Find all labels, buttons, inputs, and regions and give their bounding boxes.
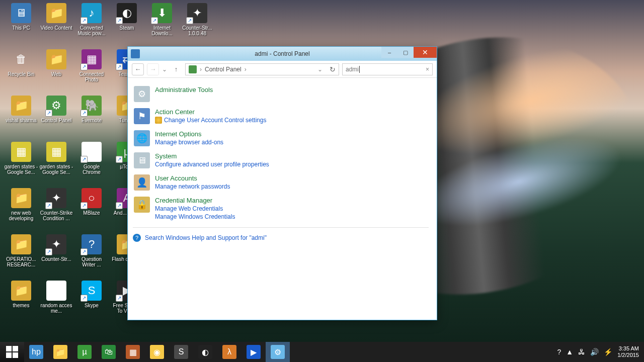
- result-sublink[interactable]: Configure advanced user profile properti…: [155, 161, 269, 168]
- result-sublink[interactable]: Manage network passwords: [155, 183, 230, 190]
- taskbar-app-icon: ◐: [198, 345, 212, 359]
- icon-label: MBlaze: [74, 210, 109, 216]
- desktop-icon[interactable]: ♪↗Converted Music pow...: [74, 2, 109, 41]
- start-icon: [6, 346, 18, 358]
- maximize-button[interactable]: ▢: [397, 47, 414, 58]
- shortcut-arrow-icon: ↗: [80, 110, 88, 117]
- tray-icon[interactable]: ?: [557, 348, 561, 356]
- result-title[interactable]: System: [155, 152, 269, 160]
- result-title[interactable]: Administrative Tools: [155, 86, 213, 94]
- result-item: ⚙Administrative Tools: [133, 83, 429, 105]
- forward-button[interactable]: →: [147, 63, 159, 75]
- taskbar-media[interactable]: ▶: [242, 342, 266, 362]
- taskbar-start[interactable]: [0, 342, 24, 362]
- tray-icon[interactable]: 🔊: [590, 348, 599, 356]
- icon-label: Skype: [74, 303, 109, 308]
- desktop-icon[interactable]: ✦↗Counter-Str...: [39, 233, 73, 273]
- desktop-icon[interactable]: 📁OPERATIO... RESEARC...: [4, 233, 38, 273]
- desktop-icon[interactable]: ◐↗Steam: [110, 2, 144, 41]
- address-dropdown-icon[interactable]: ⌄: [317, 66, 323, 73]
- search-input[interactable]: admi ×: [342, 63, 433, 75]
- taskbar-chrome[interactable]: ◉: [145, 342, 169, 362]
- desktop-icon[interactable]: ⬇↗Internet Downlo...: [145, 2, 179, 41]
- desktop-icon[interactable]: ⚙↗Control Panel: [39, 95, 73, 134]
- taskbar-app-icon: S: [174, 345, 188, 359]
- result-sublink[interactable]: Manage browser add-ons: [155, 139, 223, 146]
- taskbar-store[interactable]: 🛍: [97, 342, 121, 362]
- desktop-icon[interactable]: 📁new web developing: [4, 187, 38, 226]
- desktop-icon[interactable]: 🖥This PC: [4, 2, 38, 41]
- taskbar-sublime[interactable]: S: [169, 342, 193, 362]
- app-icon: ✦↗: [187, 3, 207, 23]
- tray-icon[interactable]: ▲: [566, 348, 573, 356]
- result-sublink[interactable]: Manage Windows Credentials: [155, 213, 235, 220]
- taskbar-utorrent[interactable]: µ: [72, 342, 97, 362]
- icon-label: Evernote: [74, 118, 109, 123]
- taskbar-app-icon: hp: [29, 345, 43, 359]
- icon-label: Counter-Str... 1.0.0.48: [180, 25, 214, 36]
- navbar: ← → ⌄ ↑ › Control Panel › ⌄ ↻ admi ×: [128, 61, 437, 78]
- desktop-icon[interactable]: ?↗Question Writer ...: [74, 233, 109, 273]
- address-bar[interactable]: › Control Panel › ⌄ ↻: [185, 63, 339, 75]
- desktop-icon[interactable]: ◉↗Google Chrome: [74, 141, 109, 180]
- desktop-icon[interactable]: 📁vishal sharma: [4, 95, 38, 134]
- taskbar-halflife[interactable]: λ: [217, 342, 242, 362]
- taskbar-control-panel[interactable]: ⚙: [266, 342, 290, 362]
- refresh-button[interactable]: ↻: [330, 65, 336, 73]
- back-button[interactable]: ←: [132, 63, 144, 75]
- clock[interactable]: 3:35 AM 1/2/2015: [617, 345, 639, 358]
- icon-label: garden states - Google Se...: [39, 164, 73, 175]
- shortcut-arrow-icon: ↗: [186, 17, 193, 24]
- help-icon: ?: [133, 234, 141, 242]
- app-icon: ◐↗: [117, 3, 137, 23]
- control-panel-window: admi - Control Panel – ▢ ✕ ← → ⌄ ↑ › Con…: [127, 46, 437, 320]
- up-button[interactable]: ↑: [170, 63, 182, 75]
- search-help-link[interactable]: ?Search Windows Help and Support for "ad…: [133, 227, 429, 242]
- app-icon: 📁: [11, 234, 31, 254]
- titlebar[interactable]: admi - Control Panel – ▢ ✕: [128, 47, 437, 61]
- close-button[interactable]: ✕: [414, 47, 437, 58]
- desktop-icon[interactable]: 📁Video Content: [39, 2, 73, 41]
- desktop-icon[interactable]: 🐘↗Evernote: [74, 95, 109, 134]
- icon-label: Counter-Str...: [39, 256, 73, 262]
- shortcut-arrow-icon: ↗: [116, 295, 123, 302]
- result-title[interactable]: Internet Options: [155, 130, 223, 138]
- taskbar-steam[interactable]: ◐: [193, 342, 217, 362]
- desktop-icon[interactable]: 📁Web: [39, 48, 73, 87]
- app-icon: ≡: [46, 281, 66, 301]
- desktop-icon[interactable]: 🗑Recycle Bin: [4, 48, 38, 87]
- tray-icon[interactable]: ⚡: [604, 348, 612, 356]
- clear-search-button[interactable]: ×: [426, 66, 429, 73]
- minimize-button[interactable]: –: [381, 47, 397, 58]
- taskbar-hp[interactable]: hp: [24, 342, 48, 362]
- recent-dropdown-icon[interactable]: ⌄: [162, 66, 167, 73]
- desktop-icon[interactable]: S↗Skype: [74, 280, 109, 319]
- tray-icon[interactable]: 🖧: [578, 348, 585, 356]
- desktop-icon[interactable]: ○↗MBlaze: [74, 187, 109, 226]
- result-title[interactable]: Credential Manager: [155, 197, 235, 204]
- result-title[interactable]: Action Center: [155, 108, 266, 116]
- desktop-icon[interactable]: ▦garden states - Google Se...: [4, 141, 38, 180]
- desktop-icon[interactable]: ✦↗Counter-Str... 1.0.0.48: [180, 2, 214, 41]
- address-icon: [189, 65, 197, 73]
- desktop-icon[interactable]: ≡random acces me...: [39, 280, 73, 319]
- breadcrumb[interactable]: Control Panel: [205, 66, 242, 73]
- icon-label: Connected Photo: [74, 71, 109, 82]
- app-icon: ⬇↗: [152, 3, 172, 23]
- taskbar-app-icon: ▦: [126, 345, 140, 359]
- taskbar-photos[interactable]: ▦: [121, 342, 145, 362]
- shortcut-arrow-icon: ↗: [80, 63, 88, 70]
- desktop-icon[interactable]: ▦↗Connected Photo: [74, 48, 109, 87]
- result-sublink[interactable]: Change User Account Control settings: [155, 117, 266, 124]
- desktop-icon[interactable]: ▦garden states - Google Se...: [39, 141, 73, 180]
- shortcut-arrow-icon: ↗: [80, 202, 88, 209]
- taskbar-explorer[interactable]: 📁: [48, 342, 72, 362]
- result-title[interactable]: User Accounts: [155, 174, 230, 182]
- breadcrumb-sep: ›: [245, 66, 247, 73]
- desktop-icon[interactable]: ✦↗Counter-Strike Condition ...: [39, 187, 73, 226]
- result-item: 🌐Internet OptionsManage browser add-ons: [133, 127, 429, 149]
- system-tray: ?▲🖧🔊⚡ 3:35 AM 1/2/2015: [557, 345, 644, 358]
- app-icon: 📁: [46, 49, 66, 69]
- result-sublink[interactable]: Manage Web Credentials: [155, 205, 235, 212]
- desktop-icon[interactable]: 📁themes: [4, 280, 38, 319]
